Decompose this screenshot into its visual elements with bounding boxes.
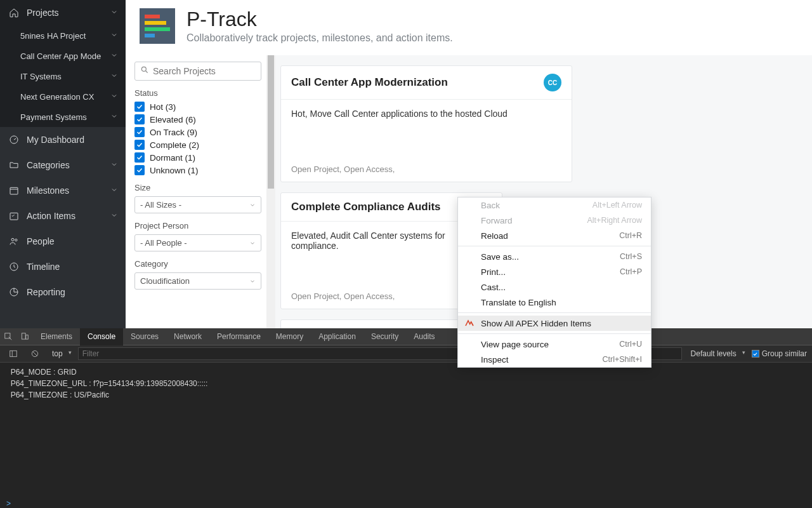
- sidebar-item-milestones[interactable]: Milestones: [0, 178, 126, 203]
- chevron-down-icon: [249, 202, 256, 208]
- ctx-save-as[interactable]: Save as...Ctrl+S: [458, 249, 651, 264]
- person-label: Project Person: [134, 221, 261, 231]
- ctx-inspect[interactable]: InspectCtrl+Shift+I: [458, 352, 651, 367]
- search-icon: [140, 65, 149, 77]
- clock-icon: [9, 262, 19, 272]
- checkbox-checked-icon: [134, 114, 145, 124]
- svg-rect-9: [22, 333, 25, 339]
- category-label: Category: [134, 259, 261, 269]
- person-select[interactable]: - All People -: [134, 234, 261, 251]
- tab-elements[interactable]: Elements: [33, 328, 80, 345]
- clear-console-icon[interactable]: [27, 349, 43, 358]
- checkbox-checked-icon: [134, 140, 145, 150]
- console-prompt[interactable]: >: [0, 499, 812, 508]
- devtools-tabs: Elements Console Sources Network Perform…: [0, 328, 812, 345]
- sidebar-child-4[interactable]: Payment Systems: [0, 107, 126, 127]
- chevron-down-icon: [249, 240, 256, 246]
- sidebar-item-dashboard[interactable]: My Dashboard: [0, 127, 126, 152]
- status-on-track[interactable]: On Track (9): [134, 127, 261, 137]
- group-similar-checkbox[interactable]: Group similar: [752, 349, 807, 358]
- sidebar-item-categories[interactable]: Categories: [0, 152, 126, 178]
- tab-security[interactable]: Security: [363, 328, 406, 345]
- ctx-show-apex-hidden[interactable]: Show All APEX Hidden Items: [458, 316, 651, 331]
- tab-console[interactable]: Console: [80, 328, 123, 345]
- ctx-reload[interactable]: ReloadCtrl+R: [458, 228, 651, 243]
- devtools-panel: Elements Console Sources Network Perform…: [0, 328, 812, 508]
- sidebar-item-timeline[interactable]: Timeline: [0, 254, 126, 279]
- sidebar-item-people[interactable]: People: [0, 229, 126, 254]
- gauge-icon: [9, 135, 19, 145]
- sidebar-child-2[interactable]: IT Systems: [0, 66, 126, 86]
- tab-audits[interactable]: Audits: [406, 328, 442, 345]
- app-logo: [140, 8, 175, 44]
- inspect-element-icon[interactable]: [0, 332, 16, 341]
- ctx-translate[interactable]: Translate to English: [458, 295, 651, 310]
- console-line: P64_TIMEZONE_URL : f?p=154134:99:1398520…: [6, 378, 806, 389]
- ctx-back[interactable]: BackAlt+Left Arrow: [458, 197, 651, 213]
- console-toolbar: top Default levels Group similar: [0, 345, 812, 363]
- size-select[interactable]: - All Sizes -: [134, 196, 261, 213]
- sidebar-item-action-items[interactable]: Action Items: [0, 203, 126, 229]
- sidebar-child-0[interactable]: 5nines HA Project: [0, 25, 126, 46]
- ctx-print[interactable]: Print...Ctrl+P: [458, 264, 651, 279]
- tab-memory[interactable]: Memory: [268, 328, 311, 345]
- card-title: Call Center App Modernization: [291, 76, 448, 89]
- context-select[interactable]: top: [48, 348, 73, 359]
- search-projects[interactable]: [134, 62, 261, 81]
- console-sidebar-toggle-icon[interactable]: [5, 349, 22, 358]
- context-menu: BackAlt+Left Arrow ForwardAlt+Right Arro…: [457, 197, 652, 368]
- chevron-down-icon: [110, 31, 118, 41]
- svg-point-3: [11, 238, 14, 241]
- category-select[interactable]: Cloudification: [134, 272, 261, 290]
- sidebar-item-reporting[interactable]: Reporting: [0, 279, 126, 305]
- card-footer: Open Project, Open Access,: [281, 158, 572, 182]
- page-header: P-Track Collaboratively track projects, …: [126, 0, 812, 55]
- app-title: P-Track: [187, 8, 453, 31]
- tab-performance[interactable]: Performance: [209, 328, 268, 345]
- sidebar-projects-children: 5nines HA Project Call Center App Mode I…: [0, 25, 126, 127]
- sidebar-child-3[interactable]: Next Generation CX: [0, 86, 126, 107]
- project-card[interactable]: Call Center App Modernization CC Hot, Mo…: [280, 65, 572, 182]
- sidebar-projects-label: Projects: [27, 8, 110, 18]
- checklist-icon: [9, 211, 19, 221]
- chevron-down-icon: [110, 211, 118, 221]
- status-unknown[interactable]: Unknown (1): [134, 165, 261, 175]
- chevron-down-icon: [110, 8, 118, 18]
- log-levels-select[interactable]: Default levels: [687, 348, 747, 359]
- card-badge: CC: [544, 74, 561, 91]
- status-complete[interactable]: Complete (2): [134, 140, 261, 150]
- sidebar-projects[interactable]: Projects: [0, 0, 126, 25]
- home-icon: [9, 8, 19, 18]
- sidebar: Projects 5nines HA Project Call Center A…: [0, 0, 126, 328]
- ctx-cast[interactable]: Cast...: [458, 279, 651, 295]
- chevron-down-icon: [249, 278, 256, 284]
- svg-rect-10: [26, 335, 29, 339]
- console-line: P64_MODE : GRID: [6, 366, 806, 378]
- ctx-forward[interactable]: ForwardAlt+Right Arrow: [458, 213, 651, 228]
- tab-application[interactable]: Application: [311, 328, 363, 345]
- svg-rect-1: [10, 187, 18, 194]
- app-subtitle: Collaboratively track projects, mileston…: [187, 32, 453, 44]
- chart-icon: [9, 287, 19, 297]
- chevron-down-icon: [110, 185, 118, 196]
- sidebar-child-1[interactable]: Call Center App Mode: [0, 46, 126, 66]
- status-label: Status: [134, 88, 261, 98]
- tab-network[interactable]: Network: [166, 328, 209, 345]
- status-hot[interactable]: Hot (3): [134, 102, 261, 112]
- search-input[interactable]: [153, 66, 264, 76]
- status-elevated[interactable]: Elevated (6): [134, 114, 261, 124]
- checkbox-checked-icon: [134, 152, 145, 163]
- console-output: P64_MODE : GRID P64_TIMEZONE_URL : f?p=1…: [0, 363, 812, 499]
- console-line: P64_TIMEZONE : US/Pacific: [6, 389, 806, 401]
- filter-scrollbar-thumb[interactable]: [268, 55, 274, 189]
- status-dormant[interactable]: Dormant (1): [134, 152, 261, 163]
- ctx-separator: [458, 312, 651, 313]
- device-toggle-icon[interactable]: [16, 332, 33, 341]
- svg-point-4: [15, 239, 17, 241]
- checkbox-checked-icon: [134, 102, 145, 112]
- ctx-separator: [458, 246, 651, 246]
- chevron-down-icon: [110, 92, 118, 102]
- tab-sources[interactable]: Sources: [123, 328, 166, 345]
- chevron-down-icon: [110, 160, 118, 170]
- ctx-view-source[interactable]: View page sourceCtrl+U: [458, 337, 651, 352]
